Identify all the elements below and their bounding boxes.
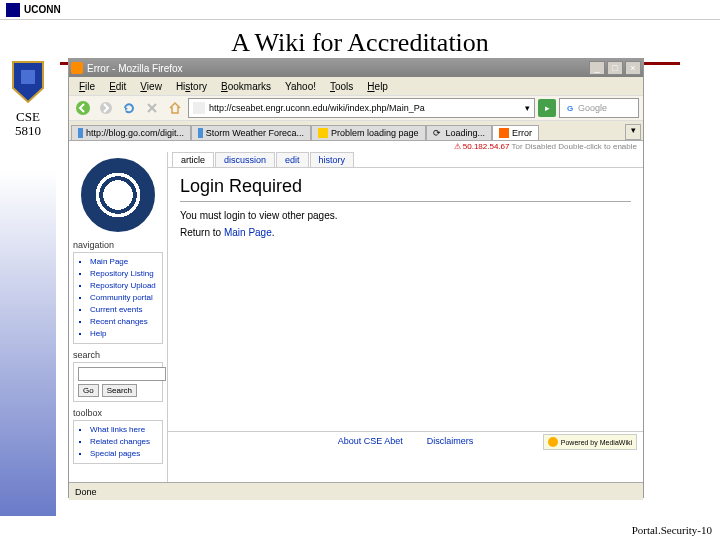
toolbox-related[interactable]: Related changes <box>90 436 158 448</box>
warning-icon <box>318 128 328 138</box>
wiki-tab-discussion[interactable]: discussion <box>215 152 275 167</box>
svg-point-2 <box>100 102 112 114</box>
forward-button[interactable] <box>96 98 116 118</box>
footer-disclaimers-link[interactable]: Disclaimers <box>427 436 474 446</box>
nav-item-main[interactable]: Main Page <box>90 256 158 268</box>
nav-item-repo-upload[interactable]: Repository Upload <box>90 280 158 292</box>
wiki-heading: Login Required <box>180 176 631 202</box>
menu-edit[interactable]: Edit <box>103 81 132 92</box>
wiki-sidebar: navigation Main Page Repository Listing … <box>69 152 167 482</box>
back-button[interactable] <box>73 98 93 118</box>
course-badge-icon <box>11 60 45 104</box>
new-tab-button[interactable]: ▾ <box>625 124 641 140</box>
dropdown-icon[interactable]: ▾ <box>525 103 530 113</box>
slide-sidebar: CSE 5810 <box>0 56 56 516</box>
toolbox-heading: toolbox <box>73 408 163 418</box>
tab-1[interactable]: Storm Weather Foreca... <box>191 125 311 140</box>
search-go-button[interactable]: Go <box>78 384 99 397</box>
svg-rect-0 <box>21 70 35 84</box>
url-bar[interactable]: http://cseabet.engr.uconn.edu/wiki/index… <box>188 98 535 118</box>
nav-heading: navigation <box>73 240 163 250</box>
menu-help[interactable]: Help <box>361 81 394 92</box>
wiki-page: navigation Main Page Repository Listing … <box>69 152 643 482</box>
error-icon <box>499 128 509 138</box>
wiki-main: article discussion edit history Login Re… <box>167 152 643 482</box>
loading-icon: ⟳ <box>433 128 443 138</box>
menu-file[interactable]: File <box>73 81 101 92</box>
wiki-footer: About CSE Abet Disclaimers Powered by Me… <box>168 431 643 450</box>
mediawiki-label: Powered by MediaWiki <box>561 439 632 446</box>
page-favicon-icon <box>193 102 205 114</box>
wiki-body-text: You must login to view other pages. <box>180 210 631 221</box>
home-button[interactable] <box>165 98 185 118</box>
window-title: Error - Mozilla Firefox <box>87 63 589 74</box>
stop-button[interactable] <box>142 98 162 118</box>
wiki-search-box: Go Search <box>73 362 163 402</box>
course-code-line1: CSE <box>0 110 56 124</box>
maximize-button[interactable]: □ <box>607 61 623 75</box>
uconn-header: UCONN <box>0 0 720 20</box>
google-icon: G <box>564 102 576 114</box>
toolbox-special[interactable]: Special pages <box>90 448 158 460</box>
window-titlebar[interactable]: Error - Mozilla Firefox _ □ × <box>69 59 643 77</box>
close-button[interactable]: × <box>625 61 641 75</box>
browser-search-box[interactable]: G Google <box>559 98 639 118</box>
course-code-line2: 5810 <box>0 124 56 138</box>
uconn-seal-icon <box>81 158 155 232</box>
tab-3[interactable]: ⟳Loading... <box>426 125 493 140</box>
course-code: CSE 5810 <box>0 110 56 139</box>
menu-history[interactable]: History <box>170 81 213 92</box>
nav-item-recent[interactable]: Recent changes <box>90 316 158 328</box>
tab-favicon-icon <box>78 128 83 138</box>
slide-footer-label: Portal.Security-10 <box>632 524 712 536</box>
mediawiki-badge[interactable]: Powered by MediaWiki <box>543 434 637 450</box>
tab-favicon-icon <box>198 128 203 138</box>
tab-4[interactable]: Error <box>492 125 539 140</box>
tab-2[interactable]: Problem loading page <box>311 125 426 140</box>
wiki-return-line: Return to Main Page. <box>180 227 631 238</box>
wiki-tabs: article discussion edit history <box>168 152 643 167</box>
svg-point-1 <box>76 101 90 115</box>
toolbox-whatlinks[interactable]: What links here <box>90 424 158 436</box>
nav-item-current[interactable]: Current events <box>90 304 158 316</box>
tor-status-bar: ⚠ 50.182.54.67 Tor Disabled Double-click… <box>69 141 643 152</box>
url-text: http://cseabet.engr.uconn.edu/wiki/index… <box>209 103 425 113</box>
firefox-icon <box>71 62 83 74</box>
ip-address: 50.182.54.67 <box>463 142 510 151</box>
search-button[interactable]: Search <box>102 384 137 397</box>
wiki-tab-history[interactable]: history <box>310 152 355 167</box>
uconn-label: UCONN <box>24 4 61 15</box>
menu-tools[interactable]: Tools <box>324 81 359 92</box>
search-heading: search <box>73 350 163 360</box>
tab-bar: http://blog.go.com/digit... Storm Weathe… <box>69 121 643 141</box>
reload-button[interactable] <box>119 98 139 118</box>
nav-item-repo-list[interactable]: Repository Listing <box>90 268 158 280</box>
nav-box: Main Page Repository Listing Repository … <box>73 252 163 344</box>
search-placeholder: Google <box>578 103 607 113</box>
menu-bookmarks[interactable]: Bookmarks <box>215 81 277 92</box>
minimize-button[interactable]: _ <box>589 61 605 75</box>
menu-view[interactable]: View <box>134 81 168 92</box>
wiki-tab-edit[interactable]: edit <box>276 152 309 167</box>
nav-toolbar: http://cseabet.engr.uconn.edu/wiki/index… <box>69 95 643 121</box>
go-button[interactable]: ▸ <box>538 99 556 117</box>
wiki-tab-article[interactable]: article <box>172 152 214 167</box>
uconn-shield-icon <box>6 3 20 17</box>
toolbox: What links here Related changes Special … <box>73 420 163 464</box>
slide-title: A Wiki for Accreditation <box>0 28 720 58</box>
wiki-content: Login Required You must login to view ot… <box>168 167 643 431</box>
main-page-link[interactable]: Main Page <box>224 227 272 238</box>
nav-item-help[interactable]: Help <box>90 328 158 340</box>
nav-item-community[interactable]: Community portal <box>90 292 158 304</box>
menu-yahoo[interactable]: Yahoo! <box>279 81 322 92</box>
tab-0[interactable]: http://blog.go.com/digit... <box>71 125 191 140</box>
tor-hint: Tor Disabled Double-click to enable <box>512 142 637 151</box>
menubar: File Edit View History Bookmarks Yahoo! … <box>69 77 643 95</box>
footer-about-link[interactable]: About CSE Abet <box>338 436 403 446</box>
firefox-window: Error - Mozilla Firefox _ □ × File Edit … <box>68 58 644 498</box>
mediawiki-icon <box>548 437 558 447</box>
wiki-search-input[interactable] <box>78 367 166 381</box>
status-text: Done <box>75 487 97 497</box>
status-bar: Done <box>69 482 643 500</box>
